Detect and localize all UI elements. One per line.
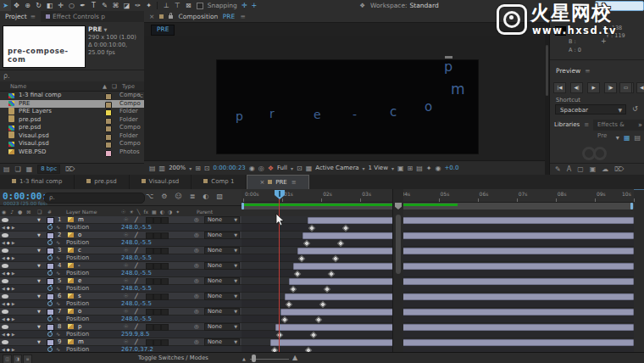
parent-dropdown[interactable]: None▼ <box>204 323 240 331</box>
panel-menu-icon[interactable]: ≡ <box>31 13 36 20</box>
stopwatch-icon[interactable] <box>47 240 53 245</box>
brush-icon[interactable]: ✎ <box>555 165 561 173</box>
keyframe-diamond[interactable] <box>332 255 339 262</box>
reset-loop-icon[interactable]: ↺ <box>632 105 638 113</box>
pan-behind-tool[interactable]: ✛ <box>55 0 66 11</box>
quality-switch-icon[interactable]: ╱ <box>135 247 138 254</box>
project-item[interactable]: PRE LayersFolder <box>0 108 144 116</box>
show-snapshot-icon[interactable]: ◎ <box>258 165 264 172</box>
always-preview-icon[interactable]: ▤ <box>149 165 156 172</box>
clone-stamp-tool[interactable]: ⌘ <box>110 0 121 11</box>
switch-cell[interactable] <box>153 232 161 239</box>
position-value[interactable]: 248.0,-5.5 <box>121 224 152 231</box>
switch-cell[interactable] <box>146 232 153 239</box>
tab-effect-controls[interactable]: Effect Controls p <box>41 11 110 22</box>
switch-cell[interactable] <box>153 324 161 331</box>
comp-mini-flowchart-icon[interactable]: ⌥ <box>146 193 153 200</box>
stopwatch-icon[interactable] <box>47 255 53 260</box>
layer-duration-bar[interactable] <box>289 278 634 285</box>
quality-switch-icon[interactable]: ╱ <box>135 293 138 299</box>
keyframe-navigator[interactable]: ◀◆▶ <box>2 270 17 276</box>
keyframe-diamond[interactable] <box>328 271 335 277</box>
audio-mute-icon[interactable]: ◀) <box>636 82 644 93</box>
switch-cell[interactable] <box>161 248 169 254</box>
layer-row[interactable]: ▼5e☉╱◎None▼ <box>0 277 242 285</box>
layer-duration-bar[interactable] <box>308 217 634 224</box>
layer-row[interactable]: ▼8p☉╱◎None▼ <box>0 323 242 331</box>
composition-viewer[interactable]: pre-comp <box>144 36 545 160</box>
switch-cell[interactable] <box>161 263 169 270</box>
tab-effects-presets[interactable]: Effects & Pre <box>593 120 638 131</box>
layer-color-swatch[interactable] <box>47 339 54 346</box>
graph-editor-icon[interactable]: ▧ <box>216 193 223 200</box>
layer-duration-bar[interactable] <box>270 339 634 346</box>
layer-row[interactable]: ▼6s☉╱◎None▼ <box>0 293 242 300</box>
parent-dropdown[interactable]: None▼ <box>204 293 240 300</box>
sort-arrow-icon[interactable]: ▲ <box>103 83 107 90</box>
search-help-field[interactable] <box>595 1 644 11</box>
layer-row[interactable]: ▼2o☉╱◎None▼ <box>0 232 242 239</box>
shape-tool[interactable]: ○ <box>66 0 77 11</box>
project-item[interactable]: WEB.PSDPhotos <box>0 148 144 157</box>
timeline-tab-comp-1[interactable]: Comp 1 <box>192 175 247 189</box>
twirl-open-icon[interactable]: ▼ <box>37 308 41 315</box>
comp-toolbar-resolution[interactable]: Full <box>277 165 287 171</box>
twirl-open-icon[interactable]: ▼ <box>37 262 41 269</box>
screen-icon[interactable]: ▥ <box>159 165 166 172</box>
camera-3d-icon[interactable]: ✦ <box>426 165 432 172</box>
position-value[interactable]: 259.9,8.5 <box>121 331 149 338</box>
unified-camera-tool[interactable]: ◧ <box>44 0 55 11</box>
previous-frame-button[interactable]: ◀| <box>570 82 583 93</box>
timeline-vertical-scrollbar[interactable] <box>396 215 401 274</box>
caret-down-icon[interactable]: ▾ <box>616 134 619 142</box>
keyframe-diamond[interactable] <box>342 225 349 232</box>
comp-toolbar-view[interactable]: 1 View <box>369 165 388 171</box>
comp-toolbar-zoom[interactable]: 200% <box>169 165 186 171</box>
layer-color-swatch[interactable] <box>47 278 54 285</box>
caret-down-icon[interactable]: ▾ <box>291 165 293 171</box>
position-value[interactable]: 248.0,-5.5 <box>121 254 152 261</box>
comp-breadcrumb-button[interactable]: PRE <box>151 25 175 36</box>
keyframe-navigator[interactable]: ◀◆▶ <box>2 285 17 292</box>
label-column-icon[interactable]: ❏ <box>112 83 117 90</box>
property-row[interactable]: ◀◆▶∿Position248.0,-5.5 <box>0 270 242 277</box>
stopwatch-icon[interactable] <box>47 286 53 291</box>
parent-dropdown[interactable]: None▼ <box>204 247 240 254</box>
puppet-pin-tool[interactable]: ✦ <box>143 0 154 11</box>
stopwatch-icon[interactable] <box>47 316 53 321</box>
shortcut-dropdown[interactable]: Spacebar▼ <box>555 104 626 114</box>
preview-panel-title[interactable]: Preview≡ <box>556 67 591 75</box>
expand-layer-switches-icon[interactable]: ◫ <box>3 355 12 363</box>
layer-row[interactable]: ▼1m☉╱◎None▼ <box>0 216 242 224</box>
grid-view-icon[interactable]: ▦ <box>624 134 630 142</box>
tab-libraries[interactable]: Libraries≡ <box>550 120 593 131</box>
list-view-icon[interactable]: ▤ <box>634 134 641 142</box>
first-frame-button[interactable]: |◀ <box>553 82 566 93</box>
column-layer-name[interactable]: Layer Name <box>66 209 97 215</box>
panel-menu-icon[interactable]: ≡ <box>584 121 589 128</box>
visibility-eye-icon[interactable] <box>2 218 8 222</box>
zoom-out-mountain-icon[interactable]: ▲ <box>242 356 246 361</box>
comp-toolbar-camera[interactable]: Active Camera <box>315 165 358 171</box>
pen-tool[interactable]: ✒ <box>77 0 88 11</box>
layer-duration-bar[interactable] <box>293 263 634 270</box>
project-item[interactable]: pre.psdFolder <box>0 116 144 125</box>
switch-cell[interactable] <box>161 339 169 346</box>
world-axis-mode-icon[interactable]: ⊤ <box>175 0 180 11</box>
quality-switch-icon[interactable]: ╱ <box>135 323 138 330</box>
visibility-eye-icon[interactable] <box>2 310 8 314</box>
frame-blending-icon[interactable]: ≣ <box>190 193 196 200</box>
shy-switch-icon[interactable]: ☉ <box>124 308 128 315</box>
stock-icon[interactable]: ▣ <box>590 165 597 173</box>
playhead-marker[interactable] <box>275 190 285 199</box>
keyframe-navigator[interactable]: ◀◆▶ <box>2 300 17 307</box>
layer-color-swatch[interactable] <box>47 248 54 254</box>
layer-color-swatch[interactable] <box>47 293 54 300</box>
shy-layers-icon[interactable]: ☺ <box>175 193 181 200</box>
keyframe-diamond[interactable] <box>337 240 344 247</box>
pick-whip-icon[interactable]: ◎ <box>194 232 199 238</box>
pick-whip-icon[interactable]: ◎ <box>194 247 199 254</box>
project-item[interactable]: pre.psdCompo <box>0 124 144 132</box>
layer-color-swatch[interactable] <box>47 217 54 224</box>
parent-dropdown[interactable]: None▼ <box>204 216 240 224</box>
